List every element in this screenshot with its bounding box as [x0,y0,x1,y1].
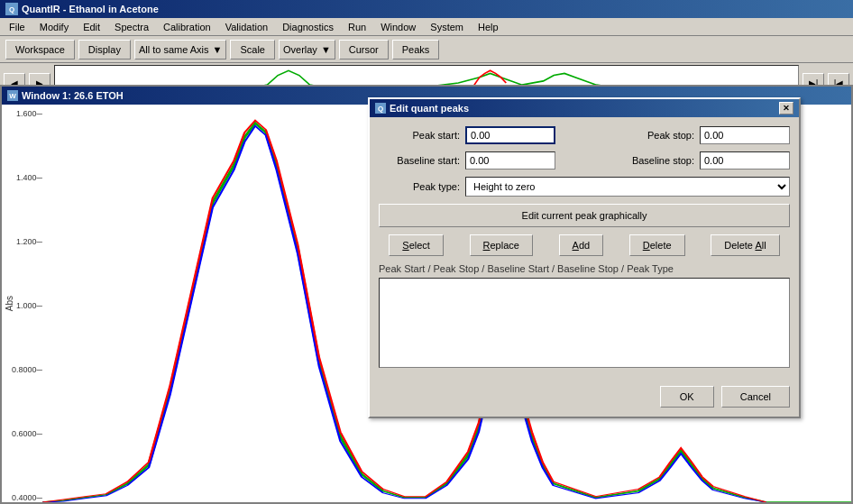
y-tick-1200: 1.200─ [11,237,42,246]
peak-stop-label: Peak stop: [613,130,694,141]
peak-stop-input[interactable] [700,126,790,144]
peak-type-row: Peak type: Height to zero Height to base… [379,177,790,197]
menu-bar: File Modify Edit Spectra Calibration Val… [0,18,853,36]
y-tick-0600: 0.6000─ [11,429,42,438]
delete-button[interactable]: Delete [629,234,685,256]
app-icon: Q [5,3,18,15]
window-icon: W [7,90,18,101]
ok-button[interactable]: OK [660,386,714,408]
peak-start-row: Peak start: Peak stop: [379,126,790,144]
cursor-button[interactable]: Cursor [339,40,389,60]
overlay-select[interactable]: Overlay ▼ [279,40,335,60]
action-buttons: Select Replace Add Delete Delete All [379,234,790,256]
edit-quant-peaks-dialog: Q Edit quant peaks ✕ Peak start: Peak st… [368,97,801,418]
y-tick-0400: 0.4000─ [11,493,42,502]
window-title: Window 1: 26.6 ETOH [22,90,124,101]
menu-diagnostics[interactable]: Diagnostics [277,20,339,34]
peaks-list-label: Peak Start / Peak Stop / Baseline Start … [379,263,790,274]
scale-button[interactable]: Scale [230,40,275,60]
edit-peak-graphically-button[interactable]: Edit current peak graphically [379,204,790,227]
replace-button[interactable]: Replace [470,234,533,256]
peaks-list[interactable] [379,278,790,368]
toolbar: Workspace Display All to same Axis ▼ Sca… [0,36,853,63]
app-title: QuantIR - Ethanol in Acetone [22,4,159,14]
select-button[interactable]: Select [389,234,444,256]
dialog-body: Peak start: Peak stop: Baseline start: B… [370,117,799,386]
y-tick-1400: 1.400─ [11,173,42,182]
add-button[interactable]: Add [559,234,604,256]
menu-spectra[interactable]: Spectra [109,20,154,34]
dialog-title-text: Edit quant peaks [390,103,469,114]
workspace-button[interactable]: Workspace [5,40,75,60]
menu-edit[interactable]: Edit [78,20,105,34]
dialog-close-button[interactable]: ✕ [779,102,793,115]
menu-window[interactable]: Window [375,20,421,34]
baseline-start-input[interactable] [465,151,555,170]
peak-start-input[interactable] [465,126,555,144]
peak-start-label: Peak start: [379,130,460,141]
y-axis-ticks: 1.600─ 1.400─ 1.200─ 1.000─ 0.8000─ 0.60… [11,109,42,502]
peaks-button[interactable]: Peaks [392,40,440,60]
dialog-icon: Q [375,103,386,114]
baseline-stop-input[interactable] [700,151,790,170]
menu-file[interactable]: File [4,20,31,34]
menu-system[interactable]: System [425,20,469,34]
overlay-dropdown-icon: ▼ [321,44,331,55]
y-tick-1600: 1.600─ [11,109,42,118]
baseline-start-label: Baseline start: [379,155,460,166]
peak-type-label: Peak type: [379,181,460,192]
cancel-button[interactable]: Cancel [721,386,790,408]
menu-run[interactable]: Run [343,20,371,34]
peak-type-select[interactable]: Height to zero Height to baseline Area t… [465,177,790,197]
dialog-title-bar: Q Edit quant peaks ✕ [370,99,799,117]
dropdown-arrow-icon: ▼ [213,44,223,55]
axis-select[interactable]: All to same Axis ▼ [134,40,227,60]
y-tick-1000: 1.000─ [11,301,42,310]
app-title-bar: Q QuantIR - Ethanol in Acetone [0,0,853,18]
menu-modify[interactable]: Modify [34,20,74,34]
baseline-row: Baseline start: Baseline stop: [379,151,790,170]
delete-all-button[interactable]: Delete All [711,234,779,256]
y-tick-0800: 0.8000─ [11,365,42,374]
menu-help[interactable]: Help [472,20,504,34]
display-button[interactable]: Display [78,40,131,60]
dialog-footer: OK Cancel [370,386,799,417]
menu-validation[interactable]: Validation [220,20,274,34]
menu-calibration[interactable]: Calibration [158,20,216,34]
baseline-stop-label: Baseline stop: [613,155,694,166]
